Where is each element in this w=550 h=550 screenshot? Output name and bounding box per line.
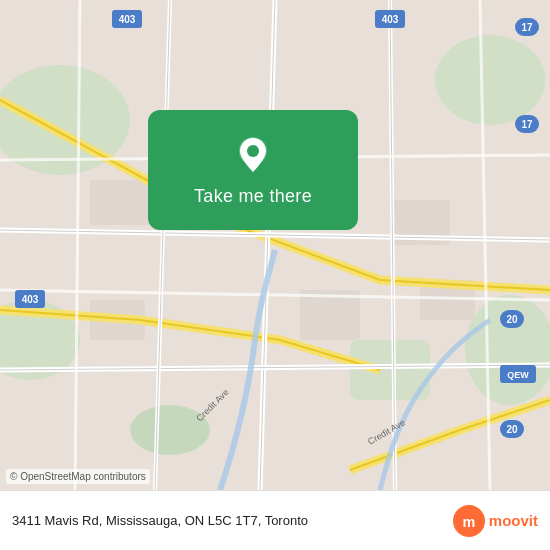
map-roads: 403 403 403 17 17 20 20 QEW Credit Ave C… <box>0 0 550 490</box>
svg-text:20: 20 <box>506 314 518 325</box>
moovit-icon: m <box>453 505 485 537</box>
map-attribution: © OpenStreetMap contributors <box>6 469 150 484</box>
button-label: Take me there <box>194 186 312 207</box>
svg-point-2 <box>435 35 545 125</box>
svg-text:403: 403 <box>382 14 399 25</box>
address-text: 3411 Mavis Rd, Mississauga, ON L5C 1T7, … <box>12 513 453 528</box>
svg-rect-7 <box>90 180 150 225</box>
map-container: 403 403 403 17 17 20 20 QEW Credit Ave C… <box>0 0 550 490</box>
svg-text:17: 17 <box>521 22 533 33</box>
bottom-bar: 3411 Mavis Rd, Mississauga, ON L5C 1T7, … <box>0 490 550 550</box>
svg-text:403: 403 <box>119 14 136 25</box>
svg-text:403: 403 <box>22 294 39 305</box>
take-me-there-button[interactable]: Take me there <box>148 110 358 230</box>
svg-text:20: 20 <box>506 424 518 435</box>
moovit-text: moovit <box>489 512 538 529</box>
svg-point-46 <box>247 145 259 157</box>
svg-text:17: 17 <box>521 119 533 130</box>
location-pin-icon <box>232 134 274 176</box>
moovit-logo: m moovit <box>453 505 538 537</box>
svg-text:QEW: QEW <box>507 370 529 380</box>
svg-text:m: m <box>462 513 475 529</box>
